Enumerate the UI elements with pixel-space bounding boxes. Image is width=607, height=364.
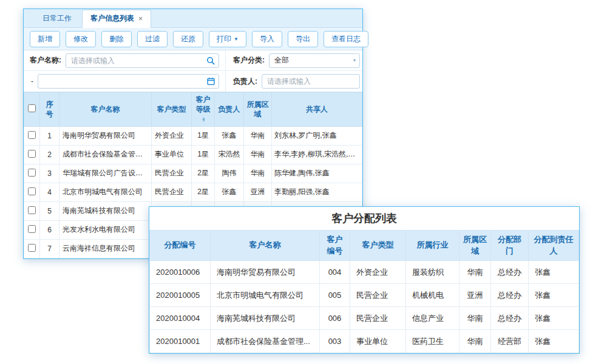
cell-customer-name[interactable]: 成都市社会保险基金管理... <box>59 145 152 164</box>
cell-customer-name[interactable]: 云南海祥信息有限公司 <box>59 239 152 258</box>
tab-daily-work[interactable]: 日常工作 <box>35 10 80 27</box>
cell-seq: 7 <box>40 239 59 258</box>
date-input[interactable] <box>43 77 203 86</box>
cell-owner[interactable]: 张鑫 <box>215 126 244 145</box>
allocation-table: 分配编号 客户名称 客户编号 客户类型 所属行业 所属区域 分配部门 分配到责任… <box>149 230 579 353</box>
header-assignee[interactable]: 分配到责任人 <box>529 231 579 261</box>
header-customer-name[interactable]: 客户名称 <box>59 93 152 127</box>
cell-customer-name[interactable]: 海南芜城科技有限公司 <box>59 201 152 220</box>
cell-customer-no: 003 <box>320 330 350 353</box>
table-row[interactable]: 2 成都市社会保险基金管理... 事业单位 1星 宋浩然 华南 李华,李婷,柳琪… <box>24 145 362 164</box>
row-checkbox[interactable] <box>28 187 36 195</box>
cell-customer-level: 1星 <box>192 126 215 145</box>
cell-customer-name[interactable]: 华瑞城有限公司广告设计部 <box>59 164 152 183</box>
close-tab-icon[interactable]: × <box>138 15 143 22</box>
cell-customer-level: 1星 <box>192 145 215 164</box>
table-row[interactable]: 4 北京市明城电气有限公司 民营企业 2星 张鑫 亚洲 李勤丽,阳强,张鑫 <box>24 183 362 201</box>
filter-button[interactable]: 过滤 <box>137 31 168 47</box>
cell-customer-name[interactable]: 北京市明城电气有限公司 <box>211 284 320 307</box>
table-row[interactable]: 3 华瑞城有限公司广告设计部 民营企业 2星 陶伟 华南 陈华健,陶伟,张鑫 <box>24 164 362 183</box>
table-row[interactable]: 1 海南明华贸易有限公司 外资企业 1星 张鑫 华南 刘东林,罗广明,张鑫 <box>24 126 362 145</box>
cell-dept: 总经办 <box>491 261 529 284</box>
cell-seq: 3 <box>40 164 59 183</box>
cell-assignee[interactable]: 张鑫 <box>529 307 579 330</box>
cell-region: 亚洲 <box>244 183 272 201</box>
cell-owner[interactable]: 宋浩然 <box>215 145 244 164</box>
cell-shared: 李勤丽,阳强,张鑫 <box>272 183 362 201</box>
category-value: 全部 <box>274 55 289 66</box>
header-customer-name[interactable]: 客户名称 <box>211 231 320 261</box>
category-select[interactable]: 全部 ▾ <box>269 53 360 68</box>
sort-icon[interactable]: ▲▼ <box>202 117 206 122</box>
row-checkbox[interactable] <box>28 225 36 233</box>
header-owner[interactable]: 负责人 <box>215 93 244 127</box>
cell-customer-type: 民营企业 <box>152 183 192 201</box>
delete-button[interactable]: 删除 <box>101 31 132 47</box>
header-alloc-no[interactable]: 分配编号 <box>150 231 211 261</box>
customer-name-input[interactable] <box>71 56 203 65</box>
view-log-button[interactable]: 查看日志 <box>324 31 368 47</box>
cell-dept: 总经办 <box>491 307 529 330</box>
print-label: 打印 <box>217 34 231 44</box>
cell-owner[interactable]: 张鑫 <box>215 183 244 201</box>
cell-alloc-no[interactable]: 2020010004 <box>150 307 211 330</box>
header-shared[interactable]: 共享人 <box>272 93 362 127</box>
cell-alloc-no[interactable]: 2020010005 <box>150 284 211 307</box>
calendar-icon[interactable] <box>207 78 215 86</box>
owner-input[interactable] <box>267 77 344 86</box>
row-checkbox[interactable] <box>28 150 36 158</box>
table-header-row: 序号 客户名称 客户类型 客户等级▲▼ 负责人 所属区域 共享人 <box>24 93 362 127</box>
header-region[interactable]: 所属区域 <box>244 93 272 127</box>
cell-customer-name[interactable]: 成都市社会保险基金管理... <box>211 330 320 353</box>
header-customer-type[interactable]: 客户类型 <box>152 93 192 127</box>
header-industry[interactable]: 所属行业 <box>406 231 459 261</box>
header-region[interactable]: 所属区域 <box>459 231 491 261</box>
modify-button[interactable]: 修改 <box>66 31 96 47</box>
table-row[interactable]: 2020010004 海南芜城科技有限公司 006 民营企业 信息产业 华南 总… <box>150 307 579 330</box>
header-customer-level[interactable]: 客户等级▲▼ <box>192 93 215 127</box>
row-checkbox[interactable] <box>28 206 36 214</box>
cell-customer-name[interactable]: 海南芜城科技有限公司 <box>211 307 320 330</box>
table-row[interactable]: 2020010006 海南明华贸易有限公司 004 外资企业 服装纺织 华南 总… <box>150 261 579 284</box>
print-button[interactable]: 打印 ▼ <box>209 31 246 47</box>
restore-button[interactable]: 还原 <box>173 31 203 47</box>
add-button[interactable]: 新增 <box>30 31 60 47</box>
row-checkbox[interactable] <box>28 131 36 139</box>
cell-customer-no: 005 <box>320 284 350 307</box>
header-seq[interactable]: 序号 <box>40 93 59 127</box>
table-row[interactable]: 2020010001 成都市社会保险基金管理... 003 事业单位 医药卫生 … <box>150 330 579 353</box>
cell-alloc-no[interactable]: 2020010006 <box>150 261 211 284</box>
tab-customer-info-list[interactable]: 客户信息列表 × <box>82 10 151 28</box>
search-icon[interactable] <box>206 56 215 65</box>
cell-customer-name[interactable]: 光发水利水电有限公司 <box>59 220 152 239</box>
header-dept[interactable]: 分配部门 <box>491 231 529 261</box>
cell-region: 华南 <box>244 164 272 183</box>
select-all-checkbox[interactable] <box>28 104 36 112</box>
customer-name-label: 客户名称: <box>30 55 61 66</box>
cell-alloc-no[interactable]: 2020010001 <box>150 330 211 353</box>
table-row[interactable]: 2020010005 北京市明城电气有限公司 005 民营企业 机械机电 亚洲 … <box>150 284 579 307</box>
tab-label: 日常工作 <box>42 14 72 22</box>
cell-assignee[interactable]: 张鑫 <box>529 261 579 284</box>
cell-seq: 2 <box>40 145 59 164</box>
cell-seq: 1 <box>40 126 59 145</box>
header-customer-no[interactable]: 客户编号 <box>320 231 350 261</box>
cell-assignee[interactable]: 张鑫 <box>529 284 579 307</box>
export-button[interactable]: 导出 <box>288 31 318 47</box>
row-checkbox[interactable] <box>28 244 36 252</box>
cell-assignee[interactable]: 张鑫 <box>529 330 579 353</box>
cell-owner[interactable]: 陶伟 <box>215 164 244 183</box>
row-checkbox[interactable] <box>28 169 36 177</box>
cell-customer-name[interactable]: 海南明华贸易有限公司 <box>211 261 320 284</box>
cell-customer-name[interactable]: 海南明华贸易有限公司 <box>59 126 152 145</box>
cell-region: 华南 <box>244 126 272 145</box>
import-button[interactable]: 导入 <box>252 31 282 47</box>
cell-customer-name[interactable]: 北京市明城电气有限公司 <box>59 183 152 201</box>
customer-allocation-panel: 客户分配列表 分配编号 客户名称 客户编号 客户类型 所属行业 所属区域 分配部… <box>149 206 580 354</box>
cell-customer-type: 民营企业 <box>152 164 192 183</box>
cell-seq: 6 <box>40 220 59 239</box>
page-title: 客户分配列表 <box>149 207 579 230</box>
cell-dept: 总经办 <box>491 284 529 307</box>
header-customer-type[interactable]: 客户类型 <box>350 231 406 261</box>
category-label: 客户分类: <box>233 55 265 66</box>
